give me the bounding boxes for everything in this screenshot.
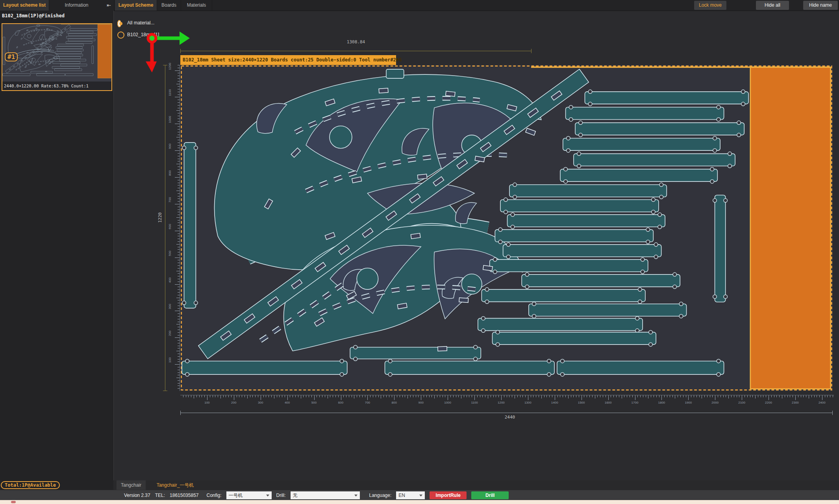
taskbar-red-icon xyxy=(11,501,16,503)
drill-button[interactable]: Drill xyxy=(471,491,509,499)
offcut-region xyxy=(750,67,831,389)
ruler-tick-label: 2400 xyxy=(816,401,828,404)
total-available-badge: Total:1P@Available xyxy=(1,481,60,489)
slat-part xyxy=(495,230,653,242)
chevron-down-icon xyxy=(266,495,269,497)
ruler-tick-label: 1000 xyxy=(168,114,172,126)
ruler-tick-label: 200 xyxy=(168,328,172,339)
slat-part xyxy=(478,318,643,330)
slat-part xyxy=(575,123,744,135)
language-select[interactable]: EN xyxy=(396,491,425,499)
width-dimension-label: 1308.84 xyxy=(330,39,382,44)
nesting-canvas-svg[interactable] xyxy=(180,65,833,391)
ruler-tick-label: 1100 xyxy=(168,87,172,99)
scheme-thumbnail-image[interactable] xyxy=(2,24,111,80)
slot-hole xyxy=(379,88,388,93)
tab-information[interactable]: Information ⇤ xyxy=(49,0,115,11)
ruler-tick-label: 1200 xyxy=(168,60,172,72)
ruler-tick-label: 600 xyxy=(335,401,347,404)
chevron-down-icon xyxy=(419,495,422,497)
filter-all-material[interactable]: All material... xyxy=(117,20,121,27)
slat-part xyxy=(715,195,726,302)
slat-part xyxy=(493,332,656,345)
scheme-thumbnail-card[interactable]: #1 2440.0×1220.00 Rate:63.78% Count:1 xyxy=(2,23,112,91)
slat-part xyxy=(522,274,680,287)
tab-label: Materials xyxy=(187,2,206,8)
language-value: EN xyxy=(398,493,405,498)
slot-hole xyxy=(411,233,420,239)
tel-number: 18615035857 xyxy=(170,493,198,498)
ruler-tick-label: 400 xyxy=(168,274,172,286)
layout-scheme-sidebar: B102_18mm(1P)@Finished #1 2440.0×1220.00… xyxy=(0,11,114,480)
slot-hole xyxy=(483,265,493,271)
ruler-tick-label: 800 xyxy=(388,401,400,404)
ruler-tick-label: 1100 xyxy=(469,401,480,404)
tab-label: Layout scheme list xyxy=(3,2,46,8)
ruler-tick-label: 900 xyxy=(168,141,172,152)
hide-name-button[interactable]: Hide name xyxy=(803,1,838,10)
ruler-tick-label: 2000 xyxy=(709,401,721,404)
ruler-tick-label: 2200 xyxy=(763,401,774,404)
ruler-tick-label: 1000 xyxy=(442,401,454,404)
ruler-tick-label: 300 xyxy=(255,401,267,404)
scheme-thumbnail-svg[interactable] xyxy=(2,24,111,79)
sheet-number-badge: #1 xyxy=(5,52,18,61)
total-width-label: 2440 xyxy=(484,415,535,420)
tab-layout-scheme[interactable]: Layout Scheme xyxy=(115,0,157,11)
collapse-panel-icon[interactable]: ⇤ xyxy=(107,0,111,11)
taskbar-strip xyxy=(0,500,839,504)
slat-part xyxy=(560,169,717,182)
machine-tab-tangchair[interactable]: Tangchair xyxy=(117,480,146,490)
slat-part xyxy=(182,361,347,374)
config-value: 一号机 xyxy=(229,493,243,498)
ruler-tick-label: 900 xyxy=(415,401,427,404)
thumbnail-caption: 2440.0×1220.00 Rate:63.78% Count:1 xyxy=(2,82,111,90)
tab-label: Information xyxy=(65,2,88,8)
slat-part xyxy=(503,245,661,257)
tab-layout-scheme-list[interactable]: Layout scheme list xyxy=(0,0,49,11)
x-axis-arrowhead xyxy=(180,32,190,45)
total-width-dimension-line xyxy=(180,413,833,413)
slat-part xyxy=(574,154,735,166)
horizontal-ruler: 1002003004005006007008009001000110012001… xyxy=(180,395,834,407)
machine-tab-tangchair-1[interactable]: Tangchair_一号机 xyxy=(150,480,201,490)
slat-part xyxy=(482,289,645,302)
version-label: Version 2.37 xyxy=(124,493,150,498)
hide-all-button[interactable]: Hide all xyxy=(756,1,789,10)
tel-label: TEL: xyxy=(155,493,165,498)
ruler-tick-label: 1300 xyxy=(522,401,534,404)
drill-select[interactable]: 无 xyxy=(291,491,360,499)
slat-part xyxy=(557,361,724,374)
ruler-tick-label: 1900 xyxy=(682,401,694,404)
nesting-canvas[interactable] xyxy=(180,65,833,391)
ruler-tick-label: 1800 xyxy=(656,401,667,404)
offcut-region xyxy=(98,24,111,78)
slat-part xyxy=(566,107,724,119)
origin-point-icon[interactable] xyxy=(148,34,156,42)
slat-part xyxy=(585,92,748,104)
machine-tab-row: Tangchair Tangchair_一号机 xyxy=(113,480,839,490)
radio-selected-icon[interactable] xyxy=(117,20,121,27)
tab-materials[interactable]: Materials xyxy=(181,0,212,11)
ruler-tick-label: 2300 xyxy=(789,401,801,404)
x-axis-arrow xyxy=(156,37,180,40)
tab-boards[interactable]: Boards xyxy=(157,0,181,11)
slot-hole xyxy=(459,298,469,302)
slat-part xyxy=(490,259,648,272)
config-select[interactable]: 一号机 xyxy=(226,491,272,499)
drill-label: Drill: xyxy=(276,493,286,498)
slat-part xyxy=(529,304,687,316)
slat-part xyxy=(563,138,720,150)
ruler-tick-label: 800 xyxy=(168,167,172,179)
ruler-tick-label: 300 xyxy=(168,301,172,313)
import-rule-button[interactable]: ImportRule xyxy=(430,491,467,499)
slot-hole xyxy=(418,174,427,179)
ruler-tick-label: 500 xyxy=(308,401,320,404)
top-tab-bar: Layout scheme list Information ⇤ Layout … xyxy=(0,0,839,11)
chevron-down-icon xyxy=(354,495,357,497)
radio-unselected-icon[interactable] xyxy=(117,32,124,39)
app-window: Layout scheme list Information ⇤ Layout … xyxy=(0,0,839,504)
ruler-tick-label: 1700 xyxy=(629,401,641,404)
y-axis-arrow xyxy=(150,42,154,62)
lock-move-button[interactable]: Lock move xyxy=(694,1,726,10)
